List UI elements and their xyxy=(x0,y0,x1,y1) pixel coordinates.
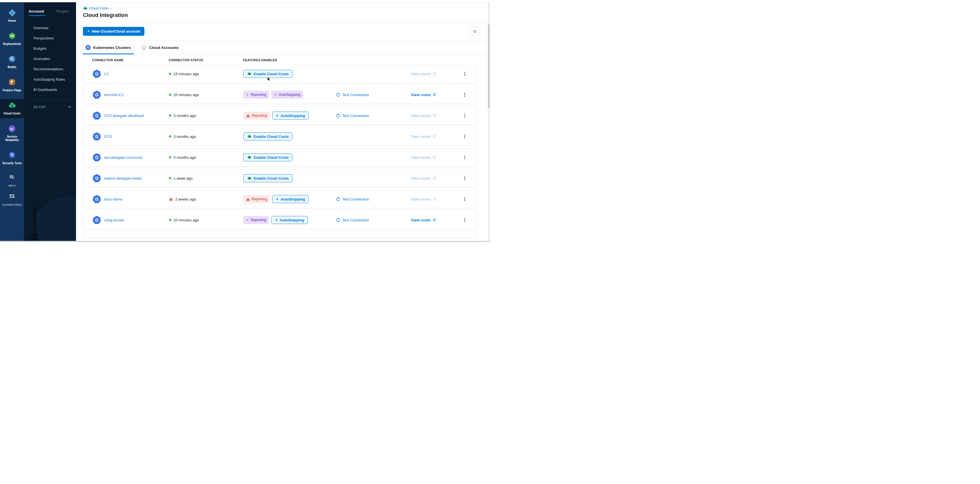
row-menu-cell xyxy=(459,153,470,161)
connector-name-cell: kateno-delegate-install xyxy=(92,174,169,183)
cloud-costs-icon: $ xyxy=(247,155,251,160)
enable-cloud-costs-button[interactable]: $Enable Cloud Costs xyxy=(243,174,293,182)
scrollbar-thumb[interactable] xyxy=(488,24,490,108)
rail-item-service-reliability[interactable]: Service Reliability xyxy=(0,122,24,145)
test-connection-link[interactable]: Test Connection xyxy=(336,113,369,118)
nav-item-overview[interactable]: Overview xyxy=(24,23,76,33)
table-header-row: CONNECTOR NAME CONNECTOR STATUS FEATURES… xyxy=(92,58,488,62)
kubernetes-icon xyxy=(92,111,101,120)
cloud-costs-icon: $ xyxy=(247,134,251,139)
scope-tab-project[interactable]: Project xyxy=(57,9,68,16)
table-row: cdng-cluster20 minutes ago✓Reporting+Aut… xyxy=(83,211,477,229)
connector-name-cell: test-K8s-CJ xyxy=(92,90,169,99)
rail-item-help[interactable]: ?HELP xyxy=(0,172,24,189)
connector-name-link[interactable]: lavi-delegate-connector xyxy=(104,155,143,160)
connector-name-cell: docs-demo xyxy=(92,195,169,204)
feature-badge-label: Reporting xyxy=(251,197,267,201)
nav-item-bi-dashboards[interactable]: BI Dashboards xyxy=(24,85,76,95)
row-menu-button[interactable] xyxy=(461,216,468,224)
test-connection-link[interactable]: Test Connection xyxy=(336,93,369,97)
rail-item-deployments[interactable]: Deployments xyxy=(0,29,24,49)
features-cell: $Enable Cloud Costs xyxy=(243,70,336,78)
external-link-icon xyxy=(433,197,436,201)
test-connection-link[interactable]: Test Connection xyxy=(336,197,369,201)
rail-item-feature-flags[interactable]: Feature Flags xyxy=(0,76,24,95)
cloud-costs-icon: $ xyxy=(8,102,16,109)
connector-name-link[interactable]: kateno-delegate-install xyxy=(104,176,142,181)
connector-name-link[interactable]: test-K8s-CJ xyxy=(104,93,124,97)
new-button-label: New Cluster/Cloud account xyxy=(92,29,140,34)
nav-item-budgets[interactable]: Budgets xyxy=(24,43,76,54)
add-autostopping-label: AutoStopping xyxy=(280,218,304,222)
row-menu-button[interactable] xyxy=(461,133,468,140)
rail-item-security-tests[interactable]: Security Tests xyxy=(0,149,24,168)
cloud-costs-nav-panel: AccountProject OverviewPerspectivesBudge… xyxy=(24,2,76,242)
enable-cloud-costs-button[interactable]: $Enable Cloud Costs xyxy=(243,70,293,78)
add-autostopping-label: AutoStopping xyxy=(280,113,305,118)
kubernetes-icon xyxy=(92,153,101,162)
row-menu-button[interactable] xyxy=(461,112,468,119)
feature-badge-label: Reporting xyxy=(251,113,267,118)
row-menu-button[interactable] xyxy=(461,153,468,161)
nav-item-perspectives[interactable]: Perspectives xyxy=(24,33,76,43)
rail-item-builds[interactable]: Builds xyxy=(0,53,24,72)
view-costs-link[interactable]: View costs xyxy=(411,218,436,222)
help-icon: ? xyxy=(8,174,16,182)
tab-kubernetes-clusters[interactable]: Kubernetes Clusters xyxy=(85,41,131,54)
nav-item-autostopping-rules[interactable]: AutoStopping Rules xyxy=(24,74,76,85)
status-time: 20 minutes ago xyxy=(173,93,199,97)
external-link-icon xyxy=(433,156,436,159)
view-costs-label: View costs xyxy=(411,197,431,201)
view-costs-cell: View costs xyxy=(411,93,459,97)
rail-item-home[interactable]: Home xyxy=(0,6,24,26)
view-costs-link: View costs xyxy=(411,197,436,201)
setup-section-toggle[interactable]: SETUP xyxy=(24,100,76,109)
connector-status-cell: 1 week ago xyxy=(169,176,243,181)
nav-item-anomalies[interactable]: Anomalies xyxy=(24,54,76,64)
add-autostopping-button[interactable]: +AutoStopping xyxy=(272,195,309,203)
status-time: 3 months ago xyxy=(173,113,196,118)
add-autostopping-button[interactable]: +AutoStopping xyxy=(271,216,308,224)
status-ok-dot xyxy=(169,94,171,96)
search-button[interactable] xyxy=(470,27,479,36)
row-menu-button[interactable] xyxy=(461,174,468,182)
nav-item-recommendations[interactable]: Recommendations xyxy=(24,64,76,74)
new-cluster-cloud-account-button[interactable]: + New Cluster/Cloud account xyxy=(83,27,144,36)
view-costs-link[interactable]: View costs xyxy=(411,93,436,97)
window-top-strip xyxy=(0,0,490,2)
external-link-icon xyxy=(433,176,436,180)
row-menu-button[interactable] xyxy=(461,91,468,98)
scope-tab-account[interactable]: Account xyxy=(29,9,44,16)
test-connection-link[interactable]: Test Connection xyxy=(336,218,369,222)
rail-item-dashboards[interactable]: DASHBOARDS xyxy=(0,191,24,209)
enable-cloud-costs-button[interactable]: $Enable Cloud Costs xyxy=(243,153,293,161)
connector-name-link[interactable]: docs-demo xyxy=(104,197,123,201)
connector-name-link[interactable]: cdng-cluster xyxy=(104,218,124,222)
breadcrumb-cloud-costs-link[interactable]: Cloud Costs xyxy=(89,6,109,10)
connector-name-link[interactable]: STO delegate dbothwell xyxy=(104,113,144,118)
tab-cloud-accounts[interactable]: Cloud Accounts xyxy=(141,41,179,54)
connector-status-cell: 20 minutes ago xyxy=(169,93,243,97)
rail-item-label: Feature Flags xyxy=(1,89,24,92)
add-autostopping-button[interactable]: +AutoStopping xyxy=(272,112,309,120)
plus-icon: + xyxy=(275,218,278,222)
kubernetes-icon xyxy=(92,90,101,99)
vertical-scrollbar[interactable] xyxy=(488,2,490,242)
warning-icon xyxy=(246,197,250,201)
security-tests-icon xyxy=(8,151,16,159)
kubernetes-icon xyxy=(85,45,91,50)
test-connection-label: Test Connection xyxy=(342,197,369,201)
rail-item-cloud-costs[interactable]: $Cloud Costs xyxy=(0,99,24,118)
enable-cloud-costs-label: Enable Cloud Costs xyxy=(254,72,289,76)
table-row: STO3 months ago$Enable Cloud CostsView c… xyxy=(83,127,477,145)
refresh-icon xyxy=(336,113,340,118)
row-menu-button[interactable] xyxy=(461,195,468,203)
row-menu-button[interactable] xyxy=(461,70,468,78)
connector-name-link[interactable]: STO xyxy=(104,134,112,139)
connector-name-link[interactable]: CJ xyxy=(104,72,109,76)
feature-badge-error-reporting: Reporting xyxy=(243,112,270,120)
rail-item-label: Security Tests xyxy=(1,161,24,165)
enable-cloud-costs-button[interactable]: $Enable Cloud Costs xyxy=(243,133,293,141)
refresh-icon xyxy=(336,93,340,97)
rail-item-label: Deployments xyxy=(1,42,24,46)
